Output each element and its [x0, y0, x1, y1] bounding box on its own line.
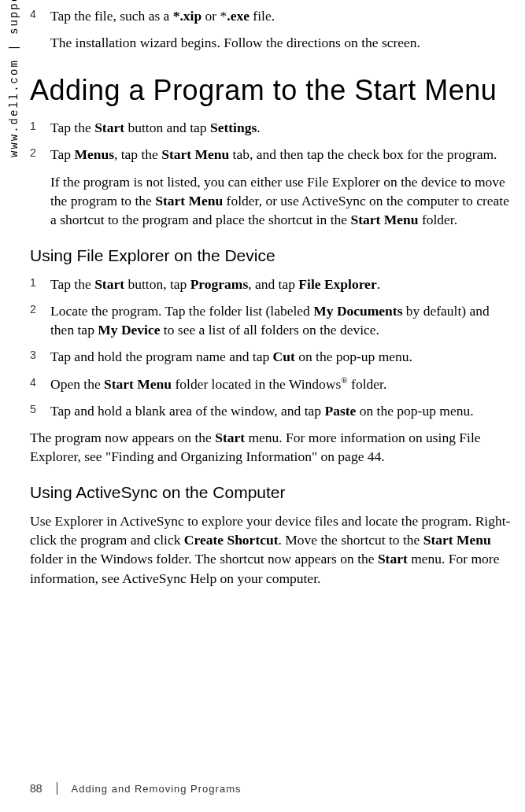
text: on the pop-up menu.	[356, 403, 473, 419]
registered-symbol: ®	[341, 375, 347, 385]
footer-title: Adding and Removing Programs	[72, 783, 242, 795]
step-text: Tap and hold the program name and tap Cu…	[50, 347, 513, 366]
heading-1: Adding a Program to the Start Menu	[30, 74, 513, 107]
text: button, tap	[124, 276, 190, 292]
bold-text: Paste	[325, 403, 357, 419]
text: Tap the	[50, 120, 94, 135]
bold-text: Start	[94, 120, 124, 135]
bold-text: .exe	[227, 8, 250, 24]
text: folder.	[419, 212, 458, 227]
text: .	[257, 120, 260, 135]
fe-step-1: 1 Tap the Start button, tap Programs, an…	[30, 275, 513, 293]
bold-text: Start Menu	[104, 376, 172, 392]
bold-text: Menus	[74, 146, 114, 162]
bold-text: File Explorer	[298, 276, 376, 292]
step-text: Tap the Start button and tap Settings.	[50, 118, 513, 137]
fe-step-5: 5 Tap and hold a blank area of the windo…	[30, 401, 513, 420]
step-text: Tap Menus, tap the Start Menu tab, and t…	[50, 145, 513, 229]
text: , and tap	[248, 276, 298, 292]
bold-text: Settings	[210, 120, 257, 135]
fe-step-3: 3 Tap and hold the program name and tap …	[30, 347, 513, 366]
bold-text: Create Shortcut	[184, 532, 279, 548]
page-number: 88	[30, 782, 43, 795]
footer-divider	[57, 782, 57, 795]
bold-text: Start Menu	[155, 193, 223, 209]
text: folder.	[348, 376, 387, 392]
text: The program now appears on the	[30, 430, 215, 445]
text: Tap the	[50, 276, 94, 292]
step-text: Tap and hold a blank area of the window,…	[50, 401, 513, 420]
step-number: 3	[30, 347, 50, 366]
text: folder in the Windows folder. The shortc…	[30, 551, 378, 567]
step-number: 4	[30, 6, 50, 52]
text: , tap the	[114, 146, 161, 162]
fe-step-2: 2 Locate the program. Tap the folder lis…	[30, 301, 513, 339]
bold-text: My Device	[98, 322, 160, 338]
text: button and tap	[124, 120, 210, 135]
paragraph: The program now appears on the Start men…	[30, 428, 513, 466]
page-content: 4 Tap the file, such as a *.xip or *.exe…	[30, 0, 513, 588]
page-footer: 88 Adding and Removing Programs	[30, 782, 241, 795]
bold-text: Start Menu	[350, 212, 418, 227]
step-text: Tap the Start button, tap Programs, and …	[50, 275, 513, 293]
sidebar-url: www.dell.com | support.dell.com	[8, 0, 20, 157]
text: Tap the file, such as a	[50, 8, 173, 24]
bold-text: My Documents	[313, 303, 402, 319]
text: Tap	[50, 146, 74, 162]
step-number: 2	[30, 145, 50, 229]
text: Tap and hold a blank area of the window,…	[50, 403, 325, 419]
text: on the pop-up menu.	[295, 349, 412, 364]
text: .	[377, 276, 380, 292]
fe-step-4: 4 Open the Start Menu folder located in …	[30, 375, 513, 393]
text: or *	[201, 8, 227, 24]
text: folder located in the Windows	[172, 376, 341, 392]
step-number: 5	[30, 401, 50, 420]
text: to see a list of all folders on the devi…	[160, 322, 379, 338]
text: Tap and hold the program name and tap	[50, 349, 273, 364]
bold-text: Cut	[273, 349, 295, 364]
bold-text: Programs	[190, 276, 249, 292]
bold-text: *.xip	[173, 8, 201, 24]
step-number: 1	[30, 275, 50, 293]
bold-text: Start	[378, 551, 408, 567]
bold-text: Start	[215, 430, 245, 445]
step-number: 1	[30, 118, 50, 137]
step-1: 1 Tap the Start button and tap Settings.	[30, 118, 513, 137]
step-2: 2 Tap Menus, tap the Start Menu tab, and…	[30, 145, 513, 229]
step-number: 4	[30, 375, 50, 393]
step-number: 2	[30, 301, 50, 339]
step-text: Open the Start Menu folder located in th…	[50, 375, 513, 393]
paragraph: Use Explorer in ActiveSync to explore yo…	[30, 511, 513, 588]
heading-2-file-explorer: Using File Explorer on the Device	[30, 246, 513, 265]
step-text: Tap the file, such as a *.xip or *.exe f…	[50, 6, 513, 52]
text: The installation wizard begins. Follow t…	[50, 33, 513, 52]
text: Locate the program. Tap the folder list …	[50, 303, 313, 319]
bold-text: Start	[94, 276, 124, 292]
bold-text: Start Menu	[161, 146, 229, 162]
heading-2-activesync: Using ActiveSync on the Computer	[30, 483, 513, 502]
step-text: Locate the program. Tap the folder list …	[50, 301, 513, 339]
text: tab, and then tap the check box for the …	[229, 146, 497, 162]
bold-text: Start Menu	[423, 532, 491, 548]
text: Open the	[50, 376, 104, 392]
text: . Move the shortcut to the	[279, 532, 423, 548]
text: file.	[250, 8, 275, 24]
top-step-4: 4 Tap the file, such as a *.xip or *.exe…	[30, 6, 513, 52]
